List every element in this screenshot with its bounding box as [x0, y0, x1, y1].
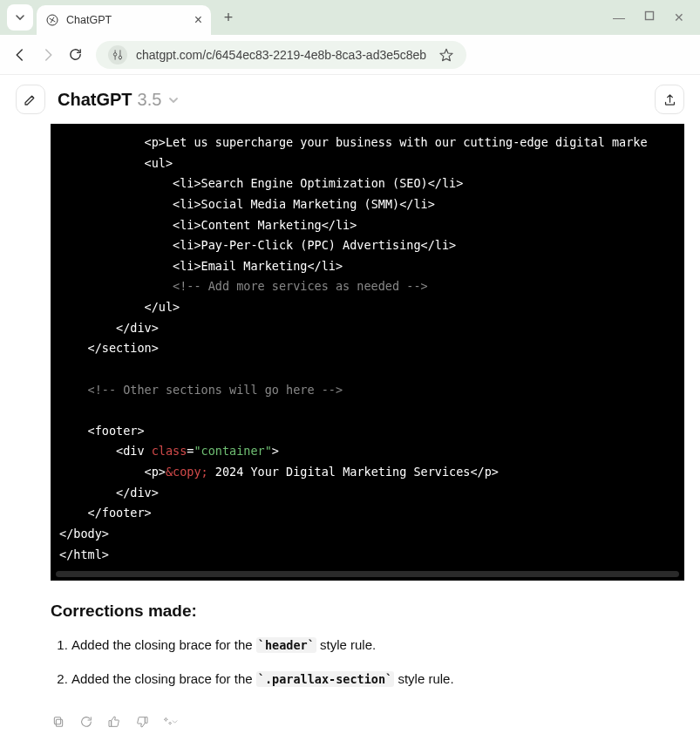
code-text: </ul>: [59, 300, 180, 314]
code-text: </section>: [59, 341, 159, 355]
list-item: Added the closing brace for the `.parall…: [71, 667, 684, 692]
chevron-down-icon: [15, 12, 25, 23]
text: style rule.: [316, 637, 376, 652]
code-text: &copy;: [166, 465, 208, 479]
code-text: </li>: [322, 218, 357, 232]
code-text: 2024 Your Digital Marketing Services: [208, 465, 471, 479]
text: style rule.: [394, 671, 453, 686]
inline-code: `.parallax-section`: [256, 671, 394, 687]
code-comment: <!-- Add more services as needed -->: [59, 279, 428, 293]
browser-toolbar: chatgpt.com/c/6454ec83-2219-4e8b-8ca3-ad…: [0, 35, 700, 75]
share-button[interactable]: [655, 85, 684, 114]
code-text: <div: [59, 444, 152, 458]
code-text: [59, 403, 66, 417]
code-text: <li>: [59, 197, 201, 211]
thumbs-up-button[interactable]: [106, 714, 122, 730]
list-item: Added the closing brace for the `header`…: [71, 633, 684, 658]
tab-list-dropdown[interactable]: [7, 4, 33, 31]
bookmark-button[interactable]: [438, 47, 454, 63]
code-block[interactable]: <p>Let us supercharge your business with…: [51, 124, 684, 581]
code-text: </div>: [59, 321, 159, 335]
code-text: Pay-Per-Click (PPC) Advertising: [201, 238, 421, 252]
corrections-heading: Corrections made:: [51, 602, 684, 621]
code-text: </p>: [470, 465, 499, 479]
assistant-message-text: Corrections made: Added the closing brac…: [0, 581, 700, 709]
message-actions: [0, 709, 700, 730]
code-text: Search Engine Optimization (SEO): [201, 176, 428, 190]
code-text: <ul>: [59, 156, 173, 170]
browser-tab-strip: ChatGPT × + — ✕: [0, 0, 700, 35]
corrections-list: Added the closing brace for the `header`…: [51, 633, 684, 691]
code-text: <footer>: [59, 424, 145, 438]
code-comment: <!-- Other sections will go here -->: [59, 383, 343, 397]
code-text: </li>: [428, 176, 464, 190]
code-text: Social Media Marketing (SMM): [201, 197, 400, 211]
code-text: <li>: [59, 176, 201, 190]
text: Added the closing brace for the: [71, 637, 256, 652]
svg-rect-3: [54, 717, 60, 724]
horizontal-scrollbar[interactable]: [56, 571, 679, 577]
code-text: </li>: [421, 238, 457, 252]
code-text: [59, 362, 66, 376]
code-text: Email Marketing: [201, 259, 308, 273]
close-window-button[interactable]: ✕: [674, 10, 684, 24]
code-text: class: [152, 444, 187, 458]
chevron-down-icon: [172, 717, 178, 726]
new-tab-button[interactable]: +: [214, 3, 242, 31]
maximize-button[interactable]: [644, 10, 655, 24]
svg-rect-2: [56, 719, 62, 726]
refresh-icon: [79, 715, 93, 729]
forward-button[interactable]: [40, 47, 58, 63]
back-button[interactable]: [12, 47, 30, 63]
chatgpt-favicon: [45, 13, 59, 27]
close-tab-button[interactable]: ×: [194, 12, 202, 28]
inline-code: `header`: [256, 637, 316, 653]
url-text: chatgpt.com/c/6454ec83-2219-4e8b-8ca3-ad…: [136, 48, 426, 62]
address-bar[interactable]: chatgpt.com/c/6454ec83-2219-4e8b-8ca3-ad…: [96, 41, 466, 69]
compose-icon: [23, 92, 38, 107]
site-settings-icon[interactable]: [108, 45, 127, 65]
model-version: 3.5: [138, 90, 162, 110]
chat-content: <p>Let us supercharge your business with…: [0, 124, 700, 730]
code-text: <li>: [59, 259, 201, 273]
thumbs-down-icon: [135, 715, 149, 729]
tab-title: ChatGPT: [66, 14, 112, 26]
thumbs-down-button[interactable]: [134, 714, 150, 730]
code-text: <li>: [59, 238, 201, 252]
copy-icon: [51, 715, 65, 729]
browser-tab[interactable]: ChatGPT ×: [37, 5, 211, 35]
code-text: </body>: [59, 527, 109, 540]
code-text: </li>: [307, 259, 343, 273]
new-chat-button[interactable]: [16, 85, 45, 114]
upload-icon: [663, 92, 677, 107]
code-text: <li>: [59, 218, 201, 232]
thumbs-up-icon: [107, 715, 121, 729]
model-selector[interactable]: ChatGPT 3.5: [58, 90, 179, 110]
chevron-down-icon: [168, 95, 179, 105]
text: Added the closing brace for the: [71, 671, 256, 686]
copy-button[interactable]: [51, 714, 66, 730]
regenerate-button[interactable]: [78, 714, 94, 730]
chatgpt-header: ChatGPT 3.5: [0, 75, 700, 124]
minimize-button[interactable]: —: [613, 10, 625, 24]
code-text: </div>: [59, 486, 159, 500]
code-text: Let us supercharge your business with ou…: [166, 135, 648, 149]
svg-rect-1: [646, 12, 654, 20]
app-name: ChatGPT: [58, 90, 133, 110]
code-text: >: [272, 444, 279, 458]
code-text: <p>: [59, 135, 166, 149]
more-button[interactable]: [162, 714, 178, 730]
code-text: Content Marketing: [201, 218, 322, 232]
window-controls: — ✕: [613, 10, 697, 24]
code-text: </li>: [399, 197, 435, 211]
code-text: "container": [194, 444, 271, 458]
code-text: </footer>: [59, 506, 152, 520]
code-text: </html>: [59, 547, 109, 561]
code-text: <p>: [59, 465, 166, 479]
reload-button[interactable]: [68, 47, 85, 62]
